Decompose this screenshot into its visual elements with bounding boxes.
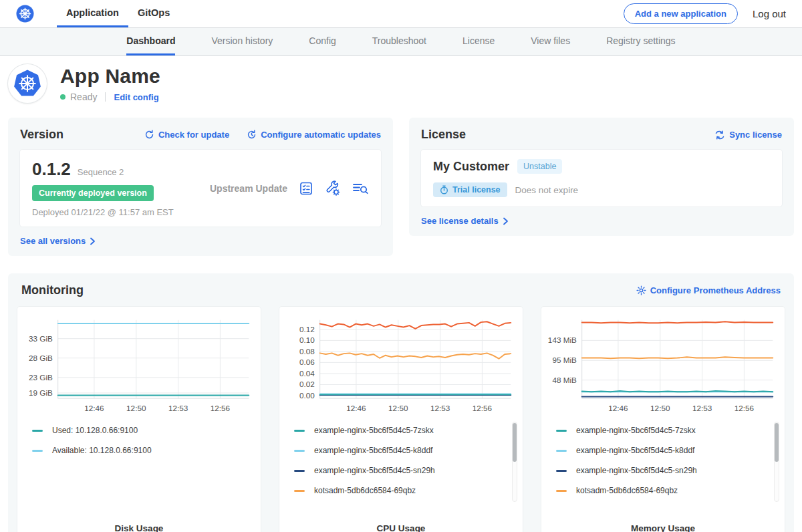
legend-item[interactable]: example-nginx-5bc6f5d4c5-sn29h: [556, 466, 766, 475]
configure-prometheus-label: Configure Prometheus Address: [650, 285, 781, 295]
see-all-versions-link[interactable]: See all versions: [20, 236, 96, 246]
svg-text:12:50: 12:50: [388, 404, 408, 412]
legend-color-dash: [294, 470, 305, 472]
legend-color-dash: [294, 490, 305, 492]
legend-item[interactable]: Used: 10.128.0.66:9100: [32, 426, 242, 435]
subnav-config[interactable]: Config: [309, 28, 336, 55]
legend-color-dash: [294, 430, 305, 432]
legend-scrollbar-thumb[interactable]: [775, 423, 779, 462]
stopwatch-icon: [440, 185, 448, 194]
svg-text:12:46: 12:46: [84, 404, 104, 412]
logout-link[interactable]: Log out: [753, 8, 786, 19]
svg-text:12:56: 12:56: [211, 404, 230, 412]
configure-automatic-updates-link[interactable]: Configure automatic updates: [247, 130, 381, 140]
legend-item[interactable]: Available: 10.128.0.66:9100: [32, 446, 242, 455]
svg-text:0.12: 0.12: [299, 325, 315, 334]
legend-color-dash: [556, 450, 567, 452]
sync-icon: [714, 130, 725, 140]
legend-label: example-nginx-5bc6f5d4c5-sn29h: [314, 466, 435, 475]
check-for-update-link[interactable]: Check for update: [144, 130, 229, 140]
see-license-details-link[interactable]: See license details: [421, 216, 509, 226]
subnav-config-label: Config: [309, 35, 336, 46]
svg-text:0.00: 0.00: [299, 391, 315, 400]
configure-prometheus-link[interactable]: Configure Prometheus Address: [636, 285, 781, 295]
svg-text:33 GiB: 33 GiB: [29, 334, 53, 343]
subnav-version-history[interactable]: Version history: [211, 28, 273, 55]
channel-badge: Unstable: [517, 159, 562, 174]
version-number: 0.1.2: [32, 159, 71, 180]
edit-config-link[interactable]: Edit config: [114, 92, 158, 102]
deploy-logs-icon[interactable]: [352, 180, 369, 196]
svg-text:0.02: 0.02: [299, 380, 315, 388]
legend-item[interactable]: example-nginx-5bc6f5d4c5-k8ddf: [556, 446, 766, 455]
svg-text:12:53: 12:53: [430, 404, 450, 412]
tab-application[interactable]: Application: [57, 0, 128, 27]
sequence-label: Sequence 2: [78, 167, 124, 177]
subnav-troubleshoot[interactable]: Troubleshoot: [372, 28, 426, 55]
tab-gitops[interactable]: GitOps: [128, 0, 179, 27]
cpu-usage-chart: 12:4612:5012:5312:560.000.020.040.060.08…: [279, 307, 523, 418]
version-card-title: Version: [20, 128, 63, 142]
legend-scrollbar[interactable]: [512, 422, 517, 502]
memory-usage-chart: 12:4612:5012:5312:5648 MiB95 MiB143 MiB: [541, 307, 785, 418]
svg-text:12:53: 12:53: [168, 404, 188, 412]
legend-scrollbar[interactable]: [774, 422, 779, 502]
config-wrench-icon[interactable]: [325, 180, 341, 196]
legend-item[interactable]: example-nginx-5bc6f5d4c5-7zskx: [556, 426, 766, 435]
legend-item[interactable]: example-nginx-5bc6f5d4c5-sn29h: [294, 466, 504, 475]
legend-item[interactable]: kotsadm-5db6dc6584-69qbz: [556, 486, 766, 495]
disk-usage-legend: Used: 10.128.0.66:9100Available: 10.128.…: [17, 418, 261, 515]
trial-license-badge: Trial license: [433, 182, 507, 197]
tab-application-label: Application: [66, 7, 119, 18]
add-new-application-button[interactable]: Add a new application: [624, 3, 738, 24]
legend-label: example-nginx-5bc6f5d4c5-7zskx: [314, 426, 434, 435]
legend-item[interactable]: kotsadm-5db6dc6584-69qbz: [294, 486, 504, 495]
license-expiry-text: Does not expire: [515, 185, 579, 195]
cpu-usage-chart-card: 12:4612:5012:5312:560.000.020.040.060.08…: [279, 307, 523, 532]
currently-deployed-badge: Currently deployed version: [32, 185, 154, 201]
app-header: App Name Ready Edit config: [0, 56, 802, 112]
app-subnav: Dashboard Version history Config Trouble…: [0, 28, 802, 56]
license-card-title: License: [421, 128, 466, 142]
subnav-view-files[interactable]: View files: [531, 28, 570, 55]
subnav-license[interactable]: License: [462, 28, 495, 55]
trial-license-label: Trial license: [452, 185, 501, 194]
svg-text:0.04: 0.04: [299, 369, 315, 378]
svg-text:48 MiB: 48 MiB: [552, 376, 577, 384]
legend-label: Available: 10.128.0.66:9100: [52, 446, 152, 455]
svg-text:95 MiB: 95 MiB: [552, 356, 577, 364]
legend-item[interactable]: example-nginx-5bc6f5d4c5-k8ddf: [294, 446, 504, 455]
sync-license-label: Sync license: [729, 130, 782, 140]
version-card: Version Check for update Configure autom…: [8, 118, 393, 256]
auto-update-clock-icon: [247, 130, 257, 140]
memory-usage-chart-card: 12:4612:5012:5312:5648 MiB95 MiB143 MiB …: [541, 307, 785, 532]
legend-item[interactable]: example-nginx-5bc6f5d4c5-7zskx: [294, 426, 504, 435]
svg-text:12:50: 12:50: [650, 404, 670, 412]
subnav-registry-settings[interactable]: Registry settings: [606, 28, 675, 55]
monitoring-card: Monitoring Configure Prometheus Address …: [8, 273, 794, 532]
license-card: License Sync license My Customer Unstabl…: [409, 118, 794, 236]
legend-label: kotsadm-5db6dc6584-69qbz: [576, 486, 678, 495]
sync-license-link[interactable]: Sync license: [714, 130, 782, 140]
legend-label: kotsadm-5db6dc6584-69qbz: [314, 486, 416, 495]
legend-label: example-nginx-5bc6f5d4c5-k8ddf: [314, 446, 432, 455]
svg-text:0.06: 0.06: [299, 358, 315, 366]
page-title: App Name: [60, 65, 160, 88]
refresh-icon: [144, 130, 154, 140]
chevron-right-icon: [90, 237, 96, 245]
kubernetes-logo-icon: [16, 0, 34, 27]
version-source-label: Upstream Update: [192, 183, 298, 194]
svg-text:12:50: 12:50: [126, 404, 146, 412]
svg-text:19 GiB: 19 GiB: [29, 388, 53, 397]
disk-usage-chart-card: 12:4612:5012:5312:5619 GiB23 GiB28 GiB33…: [17, 307, 261, 532]
subnav-dashboard[interactable]: Dashboard: [126, 28, 175, 55]
svg-text:0.08: 0.08: [299, 347, 315, 356]
divider: [105, 92, 106, 102]
legend-color-dash: [32, 430, 43, 432]
subnav-dashboard-label: Dashboard: [126, 35, 175, 46]
preflight-checks-icon[interactable]: [298, 180, 314, 196]
subnav-license-label: License: [462, 35, 495, 46]
memory-usage-legend: example-nginx-5bc6f5d4c5-7zskxexample-ng…: [541, 418, 785, 515]
legend-scrollbar-thumb[interactable]: [513, 423, 517, 462]
svg-text:12:53: 12:53: [692, 404, 712, 412]
